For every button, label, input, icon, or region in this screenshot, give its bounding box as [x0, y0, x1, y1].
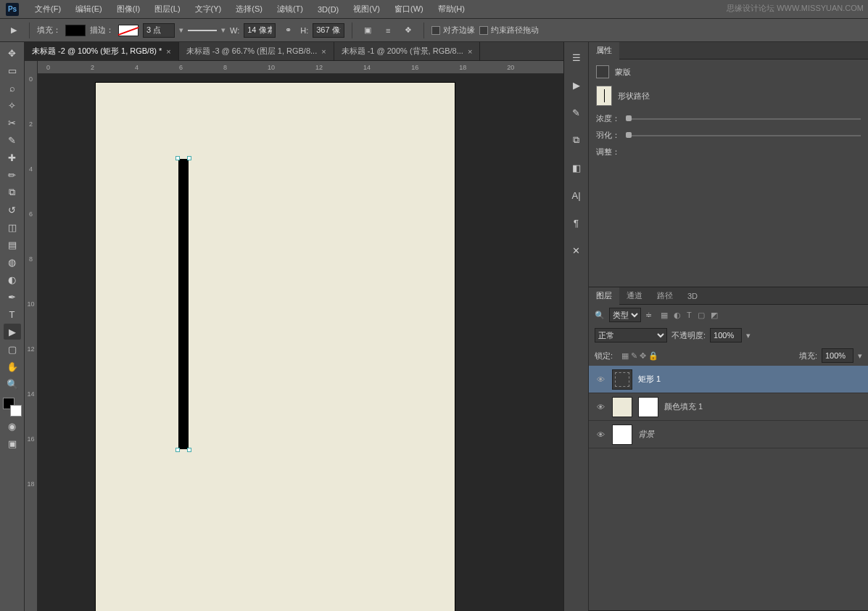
align-icon[interactable]: ≡: [380, 22, 396, 38]
arrange-icon[interactable]: ❖: [400, 22, 416, 38]
tools-icon[interactable]: ✕: [568, 242, 585, 258]
ps-logo: Ps: [6, 3, 19, 16]
lasso-tool[interactable]: ⌕: [4, 80, 21, 96]
marquee-tool[interactable]: ▭: [4, 62, 21, 78]
layer-filter-select[interactable]: 类型: [609, 308, 641, 322]
doc-tab-2[interactable]: 未标题 -3 @ 66.7% (图层 1, RGB/8...×: [179, 42, 334, 61]
shape-thumb: [596, 86, 612, 106]
nav-icon[interactable]: ◧: [568, 160, 585, 176]
actions-icon[interactable]: ▶: [568, 77, 585, 93]
move-tool[interactable]: ✥: [4, 45, 21, 61]
handle-br[interactable]: [187, 448, 191, 452]
vertical-ruler: 024681012141618: [25, 61, 38, 611]
opacity-input[interactable]: [710, 328, 742, 343]
dodge-tool[interactable]: ◐: [4, 271, 21, 287]
handle-tr[interactable]: [187, 156, 191, 160]
toolbar: ✥ ▭ ⌕ ✧ ✂ ✎ ✚ ✏ ⧉ ↺ ◫ ▤ ◍ ◐ ✒ T ▶ ▢ ✋ 🔍 …: [0, 42, 25, 611]
layer-row-fill[interactable]: 👁 颜色填充 1: [589, 393, 868, 421]
channels-tab[interactable]: 通道: [619, 287, 650, 305]
height-input[interactable]: [313, 23, 344, 38]
para-icon[interactable]: ¶: [568, 215, 585, 231]
visibility-icon[interactable]: 👁: [595, 375, 606, 384]
handle-bl[interactable]: [175, 448, 180, 452]
doc-tab-1[interactable]: 未标题 -2 @ 100% (矩形 1, RGB/8) *×: [25, 42, 179, 61]
watermark: 思缘设计论坛 WWW.MISSYUAN.COM: [727, 3, 864, 14]
hand-tool[interactable]: ✋: [4, 358, 21, 374]
close-icon[interactable]: ×: [321, 47, 326, 56]
menu-file[interactable]: 文件(F): [28, 4, 68, 15]
density-slider[interactable]: [626, 118, 861, 120]
history-brush-tool[interactable]: ↺: [4, 202, 21, 218]
path-selection-tool[interactable]: ▶: [4, 324, 21, 340]
brush-panel-icon[interactable]: ✎: [568, 104, 585, 120]
history-icon[interactable]: ☰: [568, 49, 585, 65]
width-input[interactable]: [244, 23, 276, 38]
layer-row-bg[interactable]: 👁 背景: [589, 421, 868, 448]
canvas[interactable]: [96, 83, 455, 611]
layer-name: 矩形 1: [638, 374, 661, 385]
mask-icon: [596, 65, 609, 78]
menu-edit[interactable]: 编辑(E): [68, 4, 109, 15]
feather-slider[interactable]: [626, 135, 861, 136]
wand-tool[interactable]: ✧: [4, 97, 21, 113]
link-icon[interactable]: ⚭: [280, 22, 296, 38]
filter-icons[interactable]: ▦◐T▢◩: [661, 311, 718, 320]
eyedropper-tool[interactable]: ✎: [4, 132, 21, 148]
screen-mode[interactable]: ▣: [4, 435, 21, 451]
visibility-icon[interactable]: 👁: [595, 403, 606, 411]
layer-thumb: [612, 425, 632, 445]
color-swatches[interactable]: [3, 398, 22, 417]
char-icon[interactable]: A|: [568, 187, 585, 203]
properties-tab[interactable]: 属性: [589, 42, 619, 60]
document-tabs: 未标题 -2 @ 100% (矩形 1, RGB/8) *× 未标题 -3 @ …: [25, 42, 563, 61]
menu-view[interactable]: 视图(V): [346, 4, 387, 15]
blend-mode-select[interactable]: 正常: [595, 328, 667, 343]
menu-help[interactable]: 帮助(H): [431, 4, 472, 15]
close-icon[interactable]: ×: [468, 47, 472, 56]
handle-tl[interactable]: [175, 156, 180, 160]
layers-tab[interactable]: 图层: [589, 287, 619, 305]
doc-tab-3[interactable]: 未标题 -1 @ 200% (背景, RGB/8...×: [334, 42, 481, 61]
lock-icons[interactable]: ▦ ✎ ✥ 🔒: [621, 351, 658, 361]
fill-swatch[interactable]: [65, 25, 86, 36]
menu-window[interactable]: 窗口(W): [387, 4, 431, 15]
3d-tab[interactable]: 3D: [680, 287, 705, 305]
docked-panel-icons: ☰ ▶ ✎ ⧉ ◧ A| ¶ ✕: [564, 42, 589, 611]
clone-icon[interactable]: ⧉: [568, 132, 585, 148]
pen-tool[interactable]: ✒: [4, 289, 21, 305]
opacity-label: 不透明度:: [671, 330, 706, 341]
fill-opacity-input[interactable]: [822, 348, 853, 363]
blur-tool[interactable]: ◍: [4, 254, 21, 270]
menu-filter[interactable]: 滤镜(T): [270, 4, 310, 15]
stamp-tool[interactable]: ⧉: [4, 184, 21, 200]
align-edges-checkbox[interactable]: 对齐边缘: [431, 25, 475, 36]
gradient-tool[interactable]: ▤: [4, 237, 21, 253]
quickmask-tool[interactable]: ◉: [4, 418, 21, 434]
path-op-icon[interactable]: ▣: [360, 22, 376, 38]
type-tool[interactable]: T: [4, 306, 21, 322]
menu-select[interactable]: 选择(S): [228, 4, 270, 15]
constrain-checkbox[interactable]: 约束路径拖动: [479, 25, 539, 36]
menu-image[interactable]: 图像(I): [109, 4, 147, 15]
shape-rectangle[interactable]: [178, 159, 189, 449]
visibility-icon[interactable]: 👁: [595, 430, 606, 439]
rectangle-tool[interactable]: ▢: [4, 341, 21, 357]
brush-tool[interactable]: ✏: [4, 167, 21, 183]
menu-type[interactable]: 文字(Y): [188, 4, 229, 15]
crop-tool[interactable]: ✂: [4, 115, 21, 131]
layer-row-shape[interactable]: 👁 矩形 1: [589, 366, 868, 393]
stroke-width-input[interactable]: [143, 23, 175, 38]
menu-layer[interactable]: 图层(L): [147, 4, 187, 15]
paths-tab[interactable]: 路径: [650, 287, 680, 305]
heal-tool[interactable]: ✚: [4, 149, 21, 165]
path-selection-icon[interactable]: ▶: [6, 22, 22, 38]
options-bar: ▶ 填充： 描边： ▾ ▾ W: ⚭ H: ▣ ≡ ❖ 对齐边缘 约束路径拖动: [0, 19, 868, 42]
eraser-tool[interactable]: ◫: [4, 219, 21, 235]
feather-label: 羽化：: [596, 130, 620, 141]
close-icon[interactable]: ×: [166, 47, 170, 56]
zoom-tool[interactable]: 🔍: [4, 376, 21, 392]
menu-3d[interactable]: 3D(D): [310, 5, 346, 14]
layer-name: 颜色填充 1: [664, 401, 703, 412]
stroke-style[interactable]: [188, 30, 217, 31]
stroke-swatch[interactable]: [118, 25, 139, 36]
